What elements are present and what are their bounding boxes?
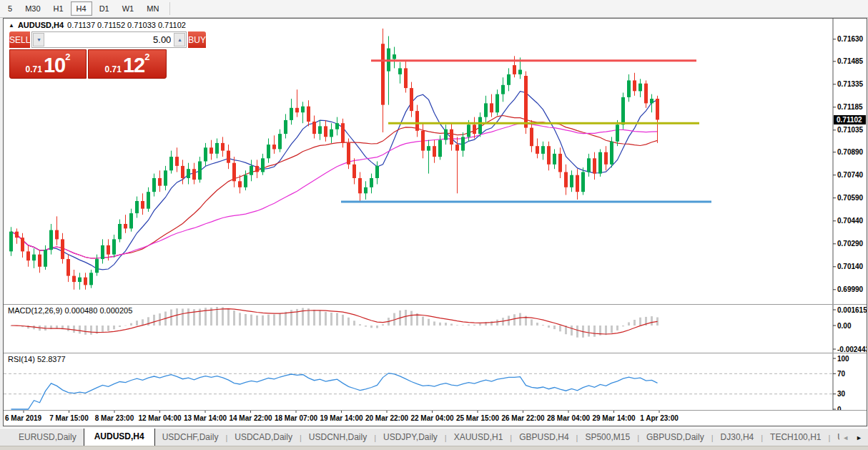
chart-tab-gbpusd-h4[interactable]: GBPUSD,H4 (512, 429, 576, 446)
chart-tab-sp500-m15[interactable]: SP500,M15 (578, 429, 637, 446)
status-strip (0, 446, 868, 450)
timeframe-button-d1[interactable]: D1 (94, 1, 115, 16)
chart-tab-gbpusd-daily[interactable]: GBPUSD,Daily (639, 429, 711, 446)
svg-text:18 Mar 07:00: 18 Mar 07:00 (275, 414, 317, 422)
collapse-trade-panel-icon[interactable]: ▲ (9, 22, 14, 29)
toolbar-separator (169, 2, 170, 15)
svg-text:0.71335: 0.71335 (837, 80, 864, 88)
buy-button[interactable]: BUY (188, 31, 206, 48)
chart-tab-usdcnh-daily[interactable]: USDCNH,Daily (302, 429, 374, 446)
svg-text:30: 30 (837, 390, 846, 398)
chart-ohlc-values: 0.71137 0.71152 0.71033 0.71102 (67, 21, 186, 29)
svg-text:0.69990: 0.69990 (837, 285, 864, 293)
timeframe-button-m30[interactable]: M30 (19, 1, 46, 16)
chart-symbol-title: AUDUSD,H4 (18, 21, 64, 29)
chart-tab-audusd-h4[interactable]: AUDUSD,H4 (84, 428, 155, 446)
chart-header: ▲ AUDUSD,H4 0.71137 0.71152 0.71033 0.71… (9, 21, 186, 29)
chart-tab-xauusd-h1[interactable]: XAUUSD,H1 (447, 429, 511, 446)
rsi-panel[interactable]: 10070300 RSI(14) 52.8377 (4, 353, 867, 410)
svg-text:0.70140: 0.70140 (837, 263, 864, 270)
macd-panel[interactable]: 0.0016150.00-0.002443 MACD(12,26,9) 0.00… (4, 304, 867, 353)
svg-text:-0.002443: -0.002443 (837, 346, 867, 353)
svg-text:12 Mar 04:00: 12 Mar 04:00 (138, 414, 181, 422)
volume-decrease-icon[interactable]: ▼ (33, 33, 44, 47)
rsi-canvas: 10070300 (4, 353, 867, 411)
macd-canvas: 0.0016150.00-0.002443 (4, 305, 867, 353)
date-axis: 6 Mar 20197 Mar 15:008 Mar 23:0012 Mar 0… (4, 410, 867, 425)
chart-tab-usdcad-daily[interactable]: USDCAD,Daily (227, 429, 300, 446)
svg-text:7 Mar 15:00: 7 Mar 15:00 (49, 414, 89, 422)
bid-price-big: 10 (44, 55, 65, 76)
rsi-indicator-label: RSI(14) 52.8377 (8, 355, 66, 363)
chart-tab-usdjpy-daily[interactable]: USDJPY,Daily (376, 429, 445, 446)
volume-spinner: ▼ ▲ (31, 31, 187, 48)
svg-text:20 Mar 22:00: 20 Mar 22:00 (365, 414, 408, 422)
chart-window: 0.716300.714850.713350.711850.710350.708… (3, 18, 867, 426)
price-panel[interactable]: 0.716300.714850.713350.711850.710350.708… (4, 19, 867, 304)
svg-text:0.70590: 0.70590 (837, 194, 864, 202)
svg-text:0.71185: 0.71185 (837, 103, 863, 111)
svg-text:1 Apr 23:00: 1 Apr 23:00 (640, 414, 679, 422)
svg-text:0.00: 0.00 (837, 322, 852, 330)
svg-text:0.70740: 0.70740 (837, 171, 864, 179)
svg-text:0.71035: 0.71035 (837, 126, 864, 134)
one-click-trade-panel: SELL ▼ ▲ BUY 0.71 10 2 0.71 12 2 (9, 31, 167, 79)
sell-button[interactable]: SELL (9, 31, 30, 48)
chart-tab-ukc[interactable]: UKC (830, 429, 839, 446)
bid-price-pip: 2 (65, 52, 70, 62)
timeframe-button-h4[interactable]: H4 (71, 1, 92, 16)
timeframe-toolbar: 5M30H1H4D1W1MN (0, 0, 868, 18)
svg-text:0.71102: 0.71102 (837, 116, 862, 124)
svg-text:19 Mar 14:00: 19 Mar 14:00 (320, 414, 363, 422)
svg-text:28 Mar 04:00: 28 Mar 04:00 (547, 414, 590, 422)
svg-text:26 Mar 22:00: 26 Mar 22:00 (501, 414, 544, 422)
timeframe-button-mn[interactable]: MN (141, 1, 164, 16)
svg-text:0.71630: 0.71630 (837, 35, 864, 43)
timeframe-button-h1[interactable]: H1 (48, 1, 69, 16)
svg-text:8 Mar 23:00: 8 Mar 23:00 (95, 414, 134, 422)
volume-input[interactable] (45, 32, 173, 47)
svg-text:100: 100 (837, 355, 849, 363)
ask-price-big: 12 (123, 55, 144, 76)
chart-tab-eurusd-daily[interactable]: EURUSD,Daily (11, 429, 84, 446)
svg-text:0.70440: 0.70440 (837, 217, 864, 225)
bid-quote-button[interactable]: 0.71 10 2 (9, 49, 87, 79)
volume-increase-icon[interactable]: ▲ (174, 33, 185, 47)
svg-text:0.001615: 0.001615 (837, 306, 867, 314)
ask-price-prefix: 0.71 (105, 63, 122, 76)
svg-text:25 Mar 15:00: 25 Mar 15:00 (456, 414, 499, 422)
ask-price-pip: 2 (144, 52, 149, 62)
timeframe-button-5[interactable]: 5 (2, 1, 18, 16)
macd-indicator-label: MACD(12,26,9) 0.000480 0.000205 (8, 306, 132, 315)
svg-text:0.70890: 0.70890 (837, 148, 864, 156)
svg-text:29 Mar 14:00: 29 Mar 14:00 (592, 414, 635, 422)
svg-text:0.70290: 0.70290 (837, 240, 864, 248)
svg-text:0.71485: 0.71485 (837, 57, 864, 65)
svg-text:22 Mar 04:00: 22 Mar 04:00 (410, 414, 453, 422)
date-axis-canvas: 6 Mar 20197 Mar 15:008 Mar 23:0012 Mar 0… (4, 411, 867, 426)
svg-text:6 Mar 2019: 6 Mar 2019 (5, 414, 42, 422)
svg-text:70: 70 (837, 370, 846, 378)
chart-tab-bar: EURUSD,DailyAUDUSD,H4USDCHF,Daily|USDCAD… (0, 428, 868, 446)
chart-tab-dj30-h4[interactable]: DJ30,H4 (714, 429, 761, 446)
chart-tab-tech100-h1[interactable]: TECH100,H1 (763, 429, 828, 446)
chart-tab-usdchf-daily[interactable]: USDCHF,Daily (155, 429, 226, 446)
tabs-scroll-left-icon[interactable]: ◄ (842, 434, 849, 441)
svg-text:14 Mar 22:00: 14 Mar 22:00 (229, 414, 272, 422)
timeframe-button-w1[interactable]: W1 (117, 1, 140, 16)
svg-text:13 Mar 14:00: 13 Mar 14:00 (184, 414, 227, 422)
ask-quote-button[interactable]: 0.71 12 2 (88, 49, 167, 79)
bid-price-prefix: 0.71 (26, 63, 42, 76)
tabs-scroll-right-icon[interactable]: ► (856, 434, 862, 441)
